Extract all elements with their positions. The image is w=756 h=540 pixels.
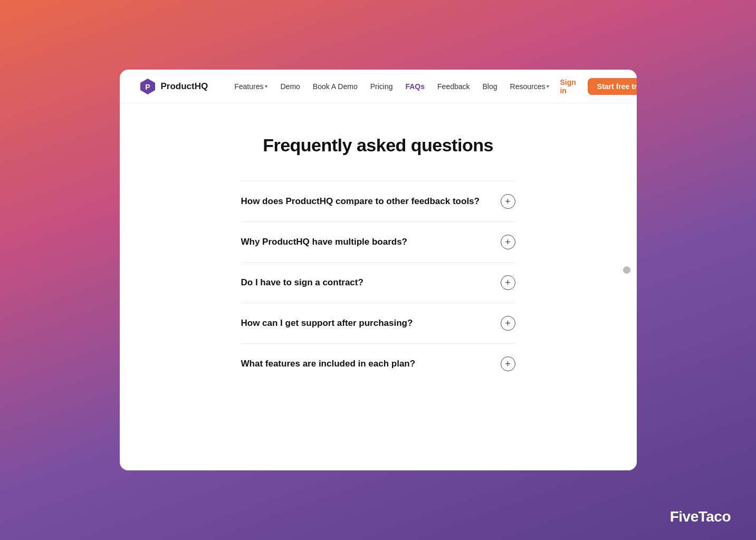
navbar: P ProductHQ Features ▾ Demo Book A Demo … [120, 70, 637, 103]
main-content: Frequently asked questions How does Prod… [120, 103, 637, 416]
chevron-down-icon-2: ▾ [547, 83, 549, 89]
logo-link[interactable]: P ProductHQ [139, 78, 208, 95]
nav-demo[interactable]: Demo [275, 79, 305, 94]
nav-resources[interactable]: Resources ▾ [505, 79, 555, 94]
faq-item-4[interactable]: How can I get support after purchasing? … [241, 303, 515, 343]
logo-text: ProductHQ [161, 81, 208, 92]
nav-blog[interactable]: Blog [477, 79, 503, 94]
faq-item-1[interactable]: How does ProductHQ compare to other feed… [241, 181, 515, 221]
faq-list: How does ProductHQ compare to other feed… [241, 181, 515, 384]
faq-item-5[interactable]: What features are included in each plan?… [241, 343, 515, 384]
sign-in-button[interactable]: Sign in [554, 75, 581, 98]
faq-question-2: Why ProductHQ have multiple boards? [241, 236, 488, 248]
faq-item-2[interactable]: Why ProductHQ have multiple boards? + [241, 221, 515, 262]
faq-toggle-2[interactable]: + [501, 235, 515, 249]
svg-text:P: P [145, 83, 150, 91]
faq-question-1: How does ProductHQ compare to other feed… [241, 195, 488, 208]
faq-question-3: Do I have to sign a contract? [241, 276, 488, 289]
faq-toggle-1[interactable]: + [501, 194, 515, 209]
start-trial-button[interactable]: Start free trial [588, 78, 637, 95]
nav-actions: Sign in Start free trial [554, 75, 636, 98]
chevron-down-icon: ▾ [265, 83, 267, 89]
faq-item-3[interactable]: Do I have to sign a contract? + [241, 262, 515, 303]
main-card: P ProductHQ Features ▾ Demo Book A Demo … [120, 70, 637, 470]
logo-icon: P [139, 78, 157, 95]
scroll-indicator [623, 266, 630, 274]
nav-features[interactable]: Features ▾ [229, 79, 273, 94]
nav-feedback[interactable]: Feedback [432, 79, 475, 94]
faq-toggle-3[interactable]: + [501, 275, 515, 290]
nav-links: Features ▾ Demo Book A Demo Pricing FAQs… [229, 79, 554, 94]
faq-question-4: How can I get support after purchasing? [241, 317, 488, 330]
page-title: Frequently asked questions [162, 135, 595, 156]
nav-book-demo[interactable]: Book A Demo [308, 79, 363, 94]
nav-pricing[interactable]: Pricing [365, 79, 398, 94]
faq-question-5: What features are included in each plan? [241, 358, 488, 370]
watermark: FiveTaco [670, 508, 731, 525]
faq-toggle-5[interactable]: + [501, 356, 515, 371]
faq-toggle-4[interactable]: + [501, 316, 515, 331]
nav-faqs[interactable]: FAQs [400, 79, 430, 94]
